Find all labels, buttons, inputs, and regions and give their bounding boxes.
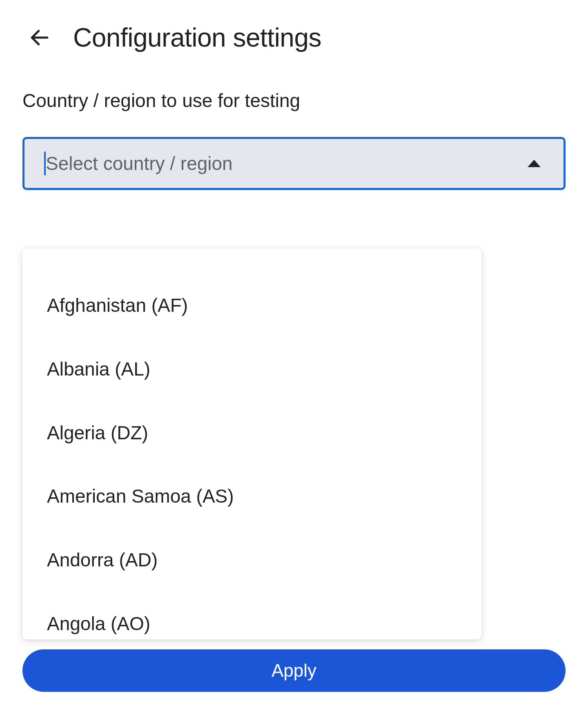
dropdown-item[interactable]: Afghanistan (AF) — [22, 274, 481, 338]
header: Configuration settings — [22, 22, 566, 53]
apply-button[interactable]: Apply — [22, 649, 566, 692]
dropdown-item[interactable]: American Samoa (AS) — [22, 465, 481, 528]
placeholder-text: Select country / region — [46, 153, 233, 174]
dropdown-item[interactable]: Algeria (DZ) — [22, 401, 481, 465]
text-cursor — [44, 152, 46, 175]
dropdown-item[interactable]: Angola (AO) — [22, 592, 481, 640]
field-label: Country / region to use for testing — [22, 89, 566, 112]
chevron-up-icon — [528, 160, 541, 167]
dropdown-item[interactable]: Albania (AL) — [22, 338, 481, 401]
country-region-select[interactable]: Select country / region — [22, 137, 566, 190]
arrow-left-icon — [28, 26, 51, 49]
select-placeholder: Select country / region — [46, 152, 233, 174]
back-button[interactable] — [27, 25, 53, 51]
country-dropdown: Afghanistan (AF) Albania (AL) Algeria (D… — [22, 248, 481, 640]
dropdown-item[interactable]: Andorra (AD) — [22, 528, 481, 592]
page-title: Configuration settings — [73, 22, 321, 53]
